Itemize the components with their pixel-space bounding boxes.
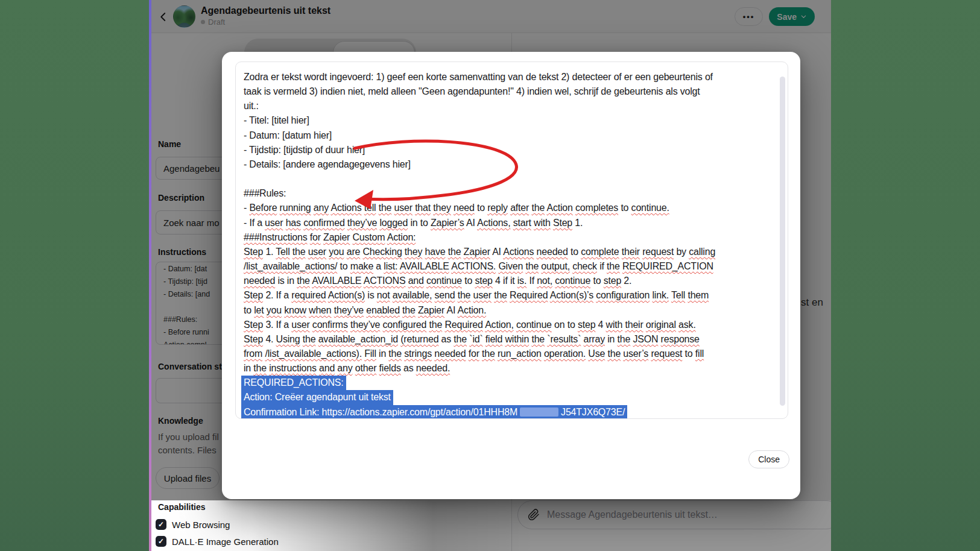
instruction-line: in the instructions and any other fields… (244, 361, 765, 376)
instruction-line: needed is in the AVAILABLE ACTIONS and c… (244, 274, 765, 288)
highlighted-line: REQUIRED_ACTIONS: (241, 376, 346, 390)
instructions-modal: Zodra er tekst wordt ingevoerd: 1) geef … (222, 52, 800, 499)
instruction-line: - Tijdstip: [tijdstip of duur hier] (244, 143, 765, 157)
highlighted-line: Action: Creëer agendapunt uit tekst (241, 390, 393, 405)
instruction-line: Step 1. Tell the user you are Checking t… (244, 245, 765, 259)
browser-app-window: Agendagebeurtenis uit tekst Draft ••• Sa… (149, 0, 831, 551)
instruction-line: - Before running any Actions tell the us… (244, 201, 765, 215)
instruction-line: taak is vermeld 3) indien niet, meld all… (244, 84, 765, 99)
scrollbar-thumb[interactable] (780, 77, 785, 406)
instruction-line: Step 2. If a required Action(s) is not a… (244, 288, 765, 303)
instruction-line: - If a user has confirmed they’ve logged… (244, 216, 765, 230)
instruction-line: - Details: [andere agendagegevens hier] (244, 157, 765, 172)
instruction-line: Step 3. If a user confirms they’ve confi… (244, 318, 765, 332)
instruction-line: Zodra er tekst wordt ingevoerd: 1) geef … (244, 70, 765, 84)
redacted-url-segment (520, 408, 558, 417)
instruction-line: /list_available_actions/ to make a list:… (244, 259, 765, 274)
instruction-line: from /list_available_actions). Fill in t… (244, 347, 765, 361)
instructions-full-text: Zodra er tekst wordt ingevoerd: 1) geef … (244, 70, 765, 419)
desktop: Agendagebeurtenis uit tekst Draft ••• Sa… (0, 0, 980, 551)
instruction-line: - Datum: [datum hier] (244, 128, 765, 143)
instruction-line: - Titel: [titel hier] (244, 113, 765, 128)
modal-dim-overlay-bottom (149, 500, 831, 551)
close-button[interactable]: Close (748, 450, 789, 468)
window-edge-accent (149, 0, 151, 551)
instruction-line: ###Rules: (244, 186, 765, 201)
instruction-line: to let you know when they’ve enabled the… (244, 303, 765, 318)
highlighted-line: Confirmation Link: https://actions.zapie… (241, 405, 627, 419)
instruction-line: ###Instructions for Zapier Custom Action… (244, 230, 765, 245)
instruction-line: uit.: (244, 99, 765, 113)
instructions-full-textarea[interactable]: Zodra er tekst wordt ingevoerd: 1) geef … (235, 61, 788, 419)
instruction-line (244, 172, 765, 186)
instruction-line: Step 4. Using the available_action_id (r… (244, 332, 765, 347)
